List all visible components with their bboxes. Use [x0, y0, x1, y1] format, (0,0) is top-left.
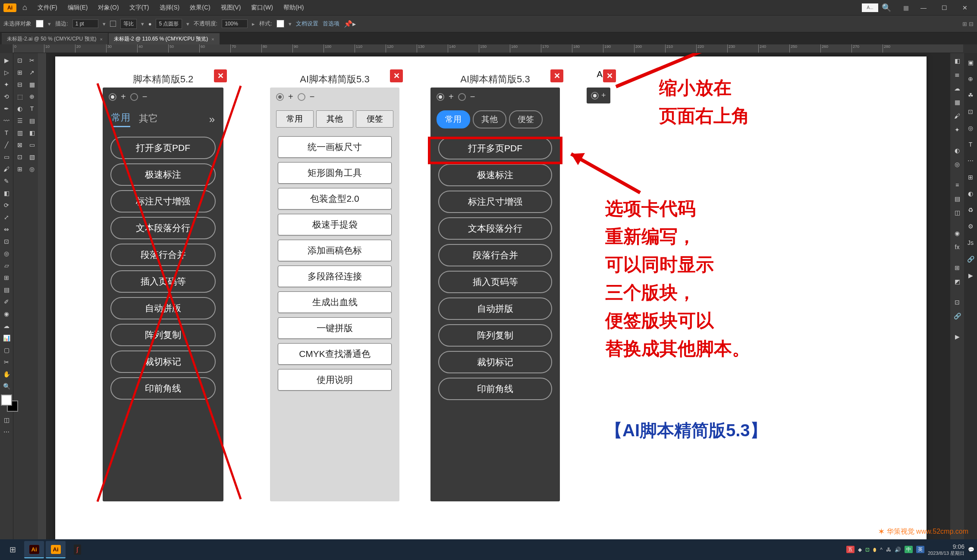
canvas[interactable]: 脚本精简版5.2 ✕ + − 常用 其它 » 打开多页PDF 极速标注: [38, 53, 950, 539]
gradient-icon[interactable]: ▤: [951, 193, 963, 205]
plugin-tool-11[interactable]: ☰: [14, 115, 25, 126]
menu-window[interactable]: 窗口(W): [247, 2, 277, 13]
color-swatch[interactable]: [1, 394, 18, 412]
ext-icon-14[interactable]: ▶: [964, 269, 977, 282]
ext-icon-4[interactable]: ⊡: [964, 106, 977, 118]
options-collapse-icon[interactable]: ⊞ ⊟: [962, 21, 974, 27]
ext-icon-3[interactable]: ☘: [964, 89, 977, 101]
ext-icon-6[interactable]: T: [964, 138, 977, 150]
perspective-tool[interactable]: ▱: [1, 260, 12, 271]
ext-icon-10[interactable]: ♻: [964, 204, 977, 216]
mesh-tool[interactable]: ⊞: [1, 272, 12, 283]
btn-open-pdf[interactable]: 打开多页PDF: [110, 137, 216, 159]
blend-tool[interactable]: ◉: [1, 308, 12, 319]
links-icon[interactable]: 🔗: [951, 310, 963, 322]
tab-close-icon[interactable]: ×: [211, 37, 214, 42]
style-swatch[interactable]: [276, 20, 284, 28]
selection-tool[interactable]: ▶: [1, 55, 12, 66]
plugin-tool-5[interactable]: ⊟: [14, 79, 25, 90]
btn-multi-path-join[interactable]: 多段路径连接: [278, 266, 392, 287]
rotate-tool[interactable]: ⟳: [1, 200, 12, 211]
plugin-tool-13[interactable]: ▥: [14, 127, 25, 138]
btn-para-merge[interactable]: 段落行合并: [438, 244, 552, 266]
maximize-button[interactable]: ☐: [936, 1, 953, 14]
ext-icon-12[interactable]: Js: [964, 237, 977, 249]
shaper-tool[interactable]: ✎: [1, 175, 12, 187]
preferences-link[interactable]: 首选项: [323, 20, 339, 28]
plugin-tool-8[interactable]: ⊕: [26, 91, 38, 102]
eraser-tool[interactable]: ◧: [1, 188, 12, 199]
actions-icon[interactable]: ▶: [951, 331, 963, 343]
notification-icon[interactable]: 💬: [968, 547, 974, 553]
line-tool[interactable]: ╱: [1, 139, 12, 150]
tab-close-icon[interactable]: ×: [100, 37, 103, 42]
panel53dark-close-button[interactable]: ✕: [550, 69, 563, 82]
panel53light-tab-common[interactable]: 常用: [276, 110, 314, 128]
radio-unselected-icon[interactable]: [130, 93, 138, 101]
tray-ime-2[interactable]: 中: [905, 546, 913, 553]
panel53dark-tab-notes[interactable]: 便签: [509, 110, 543, 128]
properties-icon[interactable]: ◧: [951, 55, 963, 67]
radio-selected-icon[interactable]: [109, 93, 116, 101]
btn-fast-bag[interactable]: 极速手提袋: [278, 214, 392, 235]
width-tool[interactable]: ⇔: [1, 224, 12, 235]
btn-fast-annotate[interactable]: 极速标注: [438, 164, 552, 186]
btn-page-number[interactable]: 插入页码等: [438, 271, 552, 293]
btn-add-colorlabel[interactable]: 添加画稿色标: [278, 240, 392, 261]
menu-object[interactable]: 对象(O): [94, 2, 123, 13]
tray-icon-2[interactable]: ⊡: [865, 547, 870, 553]
tray-ime-3[interactable]: 英: [916, 546, 924, 553]
btn-dimension[interactable]: 标注尺寸增强: [438, 191, 552, 213]
shape-builder-tool[interactable]: ◎: [1, 248, 12, 259]
scale-tool[interactable]: ⤢: [1, 212, 12, 223]
symbols-icon[interactable]: ✦: [951, 124, 963, 136]
ext-icon-7[interactable]: ⋯: [964, 155, 977, 167]
ext-icon-5[interactable]: ◎: [964, 122, 977, 134]
edit-toolbar[interactable]: ⋯: [1, 426, 12, 438]
btn-instructions[interactable]: 使用说明: [278, 369, 392, 391]
system-clock[interactable]: 9:06 2023/8/13 星期日: [928, 543, 964, 556]
taskbar-app-other[interactable]: ʃ: [67, 541, 87, 558]
ext-icon-8[interactable]: ⊞: [964, 171, 977, 183]
plugin-tool-15[interactable]: ⊠: [14, 139, 25, 150]
zoom-tool[interactable]: 🔍: [1, 381, 12, 392]
workspace-switcher-icon[interactable]: ▦: [903, 4, 909, 11]
radio-selected-icon[interactable]: [591, 92, 599, 100]
appearance-icon[interactable]: ◉: [951, 227, 963, 239]
plugin-tool-1[interactable]: ⊡: [14, 55, 25, 66]
graph-tool[interactable]: 📊: [1, 332, 12, 344]
menu-edit[interactable]: 编辑(E): [63, 2, 92, 13]
ext-icon-13[interactable]: 🔗: [964, 253, 977, 265]
plugin-tool-3[interactable]: ⊞: [14, 67, 25, 78]
plugin-tool-7[interactable]: ⬚: [14, 91, 25, 102]
ext-icon-1[interactable]: ▣: [964, 56, 977, 69]
ext-icon-11[interactable]: ⚙: [964, 220, 977, 232]
taskbar-app-ai-2[interactable]: Ai: [46, 541, 66, 558]
uniform-dropdown[interactable]: 等比: [120, 19, 137, 29]
panel52-tab-other[interactable]: 其它: [139, 112, 158, 127]
brushes-icon[interactable]: 🖌: [951, 110, 963, 122]
rectangle-tool[interactable]: ▭: [1, 151, 12, 163]
btn-crop-marks[interactable]: 裁切标记: [110, 350, 216, 373]
hand-tool[interactable]: ✋: [1, 369, 12, 380]
search-icon[interactable]: 🔍: [882, 3, 891, 13]
swatches-icon[interactable]: ▦: [951, 96, 963, 108]
artboard-tool[interactable]: ▢: [1, 344, 12, 356]
radio-unselected-icon[interactable]: [298, 93, 305, 101]
plugin-tool-6[interactable]: ▦: [26, 79, 38, 90]
gradient-tool[interactable]: ▤: [1, 284, 12, 295]
plugin-tool-9[interactable]: ◐: [14, 103, 25, 114]
panel53light-tab-other[interactable]: 其他: [316, 110, 354, 128]
stroke-icon[interactable]: ≡: [951, 179, 963, 191]
btn-rect-corner[interactable]: 矩形圆角工具: [278, 162, 392, 184]
panel52-more-icon[interactable]: »: [209, 113, 215, 125]
plugin-tool-16[interactable]: ▭: [26, 139, 38, 150]
curvature-tool[interactable]: 〰: [1, 115, 12, 126]
panel52-tab-common[interactable]: 常用: [111, 111, 130, 127]
panel53light-close-button[interactable]: ✕: [390, 69, 403, 82]
radio-unselected-icon[interactable]: [458, 93, 466, 101]
plugin-tool-20[interactable]: ◎: [26, 163, 38, 175]
btn-crop-marks[interactable]: 裁切标记: [438, 351, 552, 373]
plugin-tool-12[interactable]: ▤: [26, 115, 38, 126]
magic-wand-tool[interactable]: ✦: [1, 79, 12, 90]
